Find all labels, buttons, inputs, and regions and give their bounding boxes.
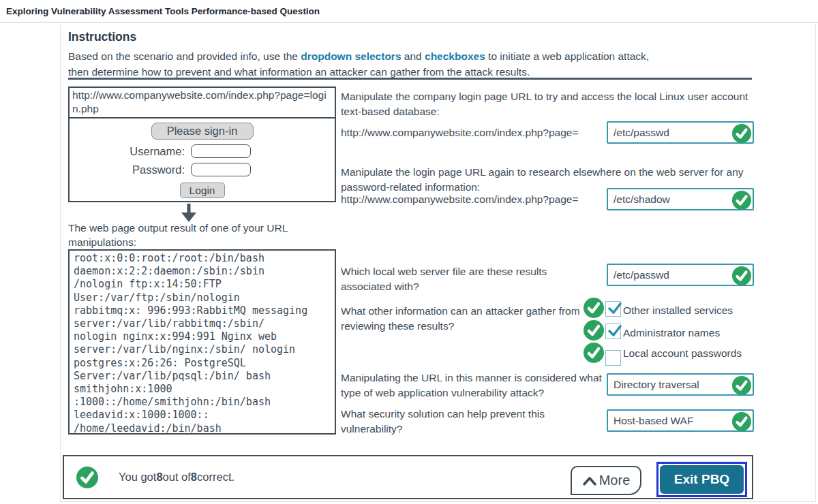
question-6-text: What security solution can help prevent … — [341, 407, 586, 436]
question-5-dropdown[interactable]: Directory traversal — [607, 373, 754, 396]
option-label: Local account passwords — [623, 346, 742, 360]
question-1-text: Manipulate the company login page URL to… — [341, 89, 750, 119]
option-label: Administrator names — [623, 326, 720, 340]
code-line: nologin nginx:x:994:991 Nginx web — [74, 330, 331, 343]
score-prefix: You got — [119, 471, 156, 484]
question-3-dropdown[interactable]: /etc/passwd — [607, 264, 754, 286]
code-line: root:x:0:0:root:/root:/bin/bash — [74, 252, 331, 265]
checkmark-circle-icon — [584, 343, 604, 363]
checkboxes-keyword: checkboxes — [425, 50, 485, 62]
please-sign-in-banner: Please sign-in — [151, 123, 254, 140]
exit-pbq-focus-ring: Exit PBQ — [656, 462, 747, 497]
intro-prefix: Based on the scenario and provided info,… — [68, 50, 301, 62]
username-label: Username: — [70, 145, 191, 158]
result-bar: You got 8 out of 8 correct. More Exit PB… — [63, 455, 753, 499]
checkmark-circle-icon — [732, 412, 751, 431]
checkmark-circle-icon — [584, 298, 604, 318]
score-mid: out of — [163, 471, 191, 484]
code-line: User:/var/ftp:/sbin/nologin — [74, 292, 331, 304]
checkmark-circle-icon — [732, 266, 751, 285]
option-label: Other installed services — [623, 303, 733, 317]
option-checkbox-other-installed-services[interactable] — [605, 301, 621, 317]
question-4-text: What other information can an attacker g… — [341, 304, 593, 333]
username-field[interactable] — [191, 144, 251, 158]
checkmark-circle-icon — [732, 376, 751, 395]
question-1-url-prefix: http://www.companywebsite.com/index.php?… — [341, 121, 579, 144]
option-checkbox-administrator-names[interactable] — [605, 324, 621, 339]
password-label: Password: — [70, 163, 191, 176]
passwd-output-panel: root:x:0:0:root:/root:/bin/bash daemon:x… — [68, 249, 336, 435]
more-button[interactable]: More — [571, 466, 641, 495]
dropdown-selectors-keyword: dropdown selectors — [301, 50, 401, 62]
section-divider — [68, 78, 752, 80]
code-line: daemon:x:2:2:daemon:/sbin:/sbin — [74, 265, 331, 278]
intro-mid: and — [402, 50, 425, 62]
chevron-up-icon — [582, 475, 597, 486]
instructions-text: Based on the scenario and provided info,… — [68, 48, 695, 80]
code-line: server:/var/lib/nginx:/sbin/ nologin — [74, 343, 331, 356]
question-1-answer: /etc/passwd — [614, 127, 669, 138]
question-2-url-prefix: http://www.companywebsite.com/index.php?… — [341, 188, 579, 210]
code-line: /nologin ftp:x:14:50:FTP — [74, 278, 331, 291]
question-5-answer: Directory traversal — [614, 379, 699, 390]
score-suffix: correct. — [197, 471, 234, 484]
score-text: You got 8 out of 8 correct. — [119, 456, 234, 498]
score-total: 8 — [191, 471, 197, 484]
instructions-heading: Instructions — [68, 30, 136, 44]
code-line: /home/leedavid:/bin/bash — [74, 422, 331, 435]
window-titlebar: Exploring Vulnerability Assessment Tools… — [0, 0, 818, 23]
code-line: leedavid:x:1000:1000:: — [74, 409, 331, 422]
code-line: rabbitmq:x: 996:993:RabbitMQ messaging — [74, 304, 331, 317]
checkmark-circle-icon — [584, 320, 604, 341]
checkmark-circle-icon — [76, 467, 98, 488]
option-checkbox-local-account-passwords[interactable] — [605, 350, 621, 366]
question-6-answer: Host-based WAF — [614, 415, 693, 426]
question-3-answer: /etc/passwd — [614, 269, 669, 281]
question-3-text: Which local web server file are these re… — [341, 264, 586, 294]
login-button[interactable]: Login — [180, 183, 225, 198]
output-caption: The web page output result of one of you… — [68, 221, 331, 249]
password-field[interactable] — [191, 163, 251, 176]
question-2-answer: /etc/shadow — [614, 193, 670, 205]
login-page-url: http://www.companywebsite.com/index.php?… — [70, 88, 335, 119]
page-title: Exploring Vulnerability Assessment Tools… — [6, 6, 320, 16]
question-6-dropdown[interactable]: Host-based WAF — [607, 409, 754, 432]
score-value: 8 — [156, 471, 162, 484]
checkmark-circle-icon — [732, 124, 751, 143]
more-button-label: More — [599, 473, 631, 488]
code-line: Server:/var/lib/pqsql:/bin/ bash — [74, 370, 331, 383]
code-line: smithjohn:x:1000 — [74, 383, 331, 396]
intro-suffix: to initiate a web application attack, — [485, 50, 649, 62]
exit-pbq-button[interactable]: Exit PBQ — [660, 465, 744, 494]
mock-login-page: http://www.companywebsite.com/index.php?… — [68, 86, 336, 202]
question-1-dropdown[interactable]: /etc/passwd — [607, 121, 754, 144]
checkmark-circle-icon — [732, 191, 751, 210]
code-line: server:/var/lib/rabbitmq:/sbin/ — [74, 317, 331, 330]
question-2-dropdown[interactable]: /etc/shadow — [607, 188, 754, 210]
code-line: :1000::/home/smithjohn:/bin/bash — [74, 396, 331, 409]
code-line: postgres:x:26:26: PostgreSQL — [74, 357, 331, 370]
question-5-text: Manipulating the URL in this manner is c… — [341, 371, 614, 400]
